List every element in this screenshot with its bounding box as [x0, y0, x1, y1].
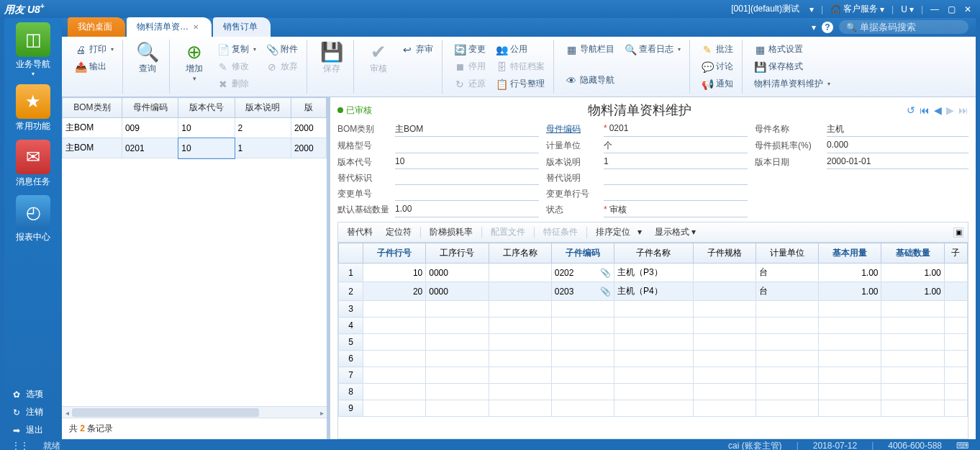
barcode-search-input[interactable] — [860, 22, 953, 32]
detail-row[interactable]: 3 — [339, 301, 968, 318]
delete-button[interactable]: ✖删除 — [213, 76, 260, 92]
options-link[interactable]: ✿选项 — [4, 385, 62, 403]
child-parts-table[interactable]: 子件行号工序行号工序名称子件编码子件名称子件规格计量单位基本用量基础数量子110… — [338, 243, 968, 417]
detail-row[interactable]: 11000000202📎主机（P3）台1.001.00 — [339, 264, 968, 282]
nav-messages[interactable]: ✉消息任务 — [10, 140, 56, 188]
last-icon[interactable]: ⏭ — [958, 104, 968, 116]
sort-button[interactable]: 排序定位 ▾ — [591, 225, 646, 240]
maximize-button[interactable]: ▢ — [943, 3, 960, 16]
stop-button[interactable]: ⏹停用 — [450, 58, 490, 75]
tab-menu-dropdown[interactable]: ▾ — [812, 22, 816, 32]
list-row[interactable]: 主BOM02011012000 — [63, 138, 327, 158]
detail-row[interactable]: 7 — [339, 367, 968, 384]
first-icon[interactable]: ⏮ — [920, 104, 930, 116]
detail-row[interactable]: 22000000203📎主机（P4）台1.001.00 — [339, 282, 968, 301]
bom-list-table[interactable]: BOM类别母件编码版本代号版本说明版主BOM0091022000主BOM0201… — [62, 97, 327, 158]
query-button[interactable]: 🔍查询 — [130, 41, 165, 75]
exit-link[interactable]: ➡退出 — [4, 421, 62, 439]
display-format-button[interactable]: 显示格式 ▾ — [650, 225, 700, 240]
attach-icon[interactable]: 📎 — [600, 287, 611, 297]
close-tab-icon[interactable]: ✕ — [193, 23, 199, 31]
ver-desc-field[interactable]: 1 — [604, 156, 748, 169]
detail-row[interactable]: 9 — [339, 400, 968, 417]
minimize-button[interactable]: — — [926, 3, 943, 16]
attach-button[interactable]: 📎附件 — [262, 41, 302, 58]
list-row[interactable]: 主BOM0091022000 — [63, 118, 327, 138]
list-col-header[interactable]: BOM类别 — [63, 98, 122, 118]
nav-favorites[interactable]: ★常用功能 — [10, 84, 56, 132]
navbar-button[interactable]: ▦导航栏目 — [561, 41, 619, 58]
nav-business-guide[interactable]: ◫业务导航▾ — [10, 22, 56, 77]
feature-cond-button[interactable]: 特征条件 — [539, 225, 582, 240]
status-keyboard-icon[interactable]: ⌨ — [956, 441, 968, 450]
list-hscroll[interactable]: ◂▸ — [62, 406, 327, 418]
bom-maint-dropdown[interactable]: 物料清单资料维护▾ — [750, 76, 835, 92]
nav-reports[interactable]: ◴报表中心 — [10, 195, 56, 243]
public-button[interactable]: 👥公用 — [491, 41, 549, 58]
save-button[interactable]: 💾保存 — [314, 41, 349, 75]
undo-icon[interactable]: ↺ — [907, 104, 915, 116]
tab-desktop[interactable]: 我的桌面 — [68, 17, 125, 37]
change-button[interactable]: 🔄变更 — [450, 41, 490, 58]
barcode-search[interactable]: 🔍 — [839, 20, 968, 34]
abandon-button[interactable]: ⊘放弃 — [262, 58, 302, 75]
line-arrange-button[interactable]: 📋行号整理 — [491, 76, 549, 92]
export-button[interactable]: 📤输出 — [71, 58, 118, 75]
print-button[interactable]: 🖨打印▾ — [71, 41, 118, 58]
detail-col-header[interactable]: 子件编码 — [551, 243, 614, 264]
detail-col-header[interactable]: 计量单位 — [756, 243, 818, 264]
detail-col-header[interactable]: 子件规格 — [693, 243, 756, 264]
copy-button[interactable]: 📄复制▾ — [213, 41, 260, 58]
modify-button[interactable]: ✎修改 — [213, 58, 260, 75]
parent-code-link[interactable]: 母件编码 — [546, 123, 596, 137]
detail-row[interactable]: 5 — [339, 334, 968, 351]
detail-row[interactable]: 8 — [339, 384, 968, 400]
locator-button[interactable]: 定位符 — [381, 225, 416, 240]
config-file-button[interactable]: 配置文件 — [486, 225, 530, 240]
add-button[interactable]: ⊕增加▾ — [177, 41, 212, 82]
unaudit-button[interactable]: ↩弃审 — [397, 41, 437, 58]
list-col-header[interactable]: 版 — [291, 98, 326, 118]
detail-col-header[interactable]: 基本用量 — [819, 243, 881, 264]
audit-button[interactable]: ✔审核 — [361, 41, 396, 75]
tab-sales-order[interactable]: 销售订单 — [213, 17, 271, 37]
detail-row[interactable]: 6 — [339, 351, 968, 367]
u-menu[interactable]: U ▾ — [897, 3, 918, 16]
detail-col-header[interactable] — [339, 243, 363, 264]
detail-col-header[interactable]: 基础数量 — [881, 243, 944, 264]
attach-icon[interactable]: 📎 — [600, 268, 611, 278]
annotate-button[interactable]: ✎批注 — [697, 41, 738, 58]
detail-col-header[interactable]: 子件名称 — [614, 243, 694, 264]
viewlog-button[interactable]: 🔍查看日志▾ — [620, 41, 685, 58]
format-set-button[interactable]: ▦格式设置 — [750, 41, 835, 58]
expand-grid-button[interactable]: ▣ — [953, 228, 963, 238]
detail-col-header[interactable]: 子件行号 — [363, 243, 426, 264]
parent-code-field[interactable]: *0201 — [604, 123, 748, 137]
bom-type-field[interactable]: 主BOM — [395, 123, 539, 137]
tab-bom-maintain[interactable]: 物料清单资…✕ — [127, 17, 212, 37]
discuss-button[interactable]: 💬讨论 — [697, 58, 738, 75]
detail-row[interactable]: 4 — [339, 318, 968, 334]
default-qty-field[interactable]: 1.00 — [395, 204, 539, 217]
help-icon[interactable]: ? — [822, 22, 833, 33]
hidenav-button[interactable]: 👁隐藏导航 — [561, 72, 619, 89]
list-col-header[interactable]: 母件编码 — [122, 98, 178, 118]
prev-icon[interactable]: ◀ — [934, 104, 942, 116]
list-col-header[interactable]: 版本说明 — [235, 98, 291, 118]
restore-button[interactable]: ↻还原 — [450, 76, 490, 92]
step-loss-button[interactable]: 阶梯损耗率 — [425, 225, 477, 240]
list-col-header[interactable]: 版本代号 — [178, 98, 235, 118]
substitute-button[interactable]: 替代料 — [342, 225, 377, 240]
detail-col-header[interactable]: 子 — [944, 243, 967, 264]
save-format-button[interactable]: 💾保存格式 — [750, 58, 835, 75]
logout-link[interactable]: ↻注销 — [4, 403, 62, 421]
ver-code-field[interactable]: 10 — [395, 156, 539, 169]
close-button[interactable]: ✕ — [960, 3, 976, 16]
detail-col-header[interactable]: 工序名称 — [489, 243, 551, 264]
account-dropdown[interactable]: ▾ — [805, 3, 818, 16]
next-icon[interactable]: ▶ — [946, 104, 954, 116]
customer-service-button[interactable]: 🎧 客户服务 ▾ — [826, 1, 889, 17]
spec-archive-button[interactable]: 🗄特征档案 — [491, 58, 549, 75]
loss-rate-field[interactable]: 0.000 — [827, 140, 968, 153]
notify-button[interactable]: 📢通知 — [697, 76, 738, 92]
